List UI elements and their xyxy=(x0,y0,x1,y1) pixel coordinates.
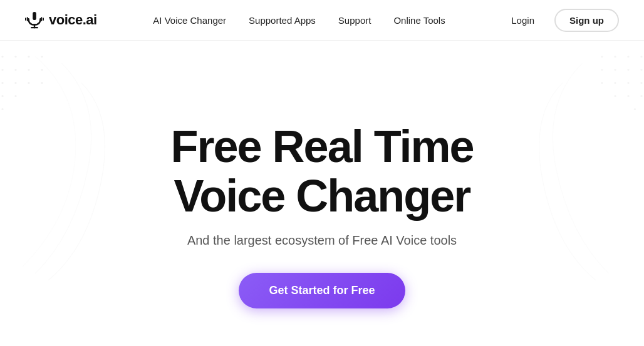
nav-link-ai-voice-changer[interactable]: AI Voice Changer xyxy=(153,15,226,26)
navbar-left: voice.ai xyxy=(25,11,97,29)
logo-icon xyxy=(25,11,44,29)
hero-subtitle: And the largest ecosystem of Free AI Voi… xyxy=(187,233,457,248)
cta-button[interactable]: Get Started for Free xyxy=(239,273,405,308)
svg-rect-42 xyxy=(33,12,36,20)
signup-button[interactable]: Sign up xyxy=(554,9,619,32)
navbar-center: AI Voice Changer Supported Apps Support … xyxy=(153,15,445,26)
hero-section: Free Real Time Voice Changer And the lar… xyxy=(0,41,644,346)
hero-title-line1: Free Real Time xyxy=(171,121,474,171)
logo-text: voice.ai xyxy=(49,12,97,28)
nav-link-supported-apps[interactable]: Supported Apps xyxy=(249,15,316,26)
nav-link-online-tools[interactable]: Online Tools xyxy=(393,15,445,26)
login-button[interactable]: Login xyxy=(501,10,544,31)
navbar-right: Login Sign up xyxy=(501,9,619,32)
hero-title-line2: Voice Changer xyxy=(174,171,470,221)
navbar: voice.ai AI Voice Changer Supported Apps… xyxy=(0,0,644,41)
hero-title: Free Real Time Voice Changer xyxy=(171,122,474,221)
nav-link-support[interactable]: Support xyxy=(338,15,371,26)
logo-link[interactable]: voice.ai xyxy=(25,11,97,29)
